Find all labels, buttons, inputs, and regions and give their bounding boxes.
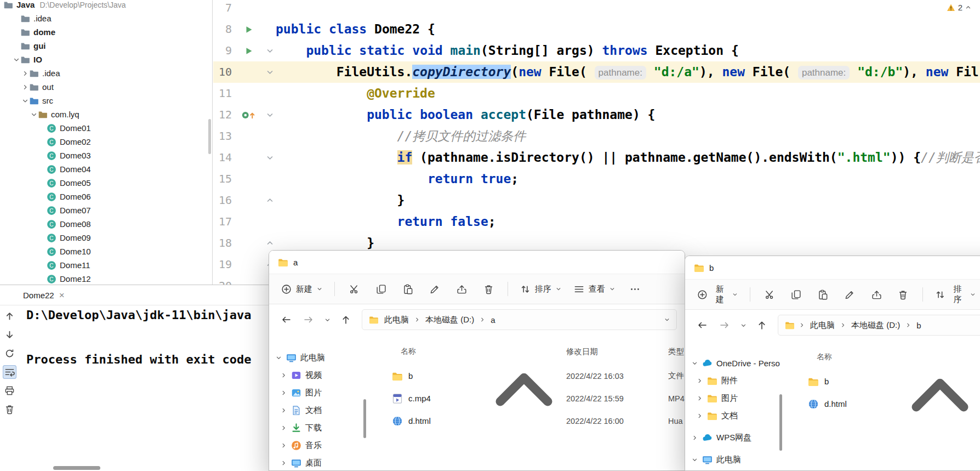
- nav-item-0[interactable]: 此电脑: [269, 349, 368, 366]
- breadcrumb-item[interactable]: b: [915, 321, 922, 330]
- nav-item-2[interactable]: 图片: [269, 384, 368, 401]
- view-button[interactable]: 查看: [568, 279, 620, 299]
- run-gutter[interactable]: [237, 19, 256, 40]
- override-gutter[interactable]: [237, 104, 256, 126]
- tree-item-dome[interactable]: dome: [0, 25, 212, 39]
- tree-item-dome08[interactable]: CDome08: [0, 217, 212, 231]
- tree-item-dome10[interactable]: CDome10: [0, 245, 212, 258]
- fold-toggle[interactable]: [256, 190, 275, 211]
- chevron-down-icon[interactable]: [12, 53, 20, 66]
- copy-button[interactable]: [784, 284, 809, 305]
- soft-wrap-button[interactable]: [3, 365, 16, 379]
- column-header-type[interactable]: 类型: [668, 347, 685, 357]
- nav-scrollbar-thumb[interactable]: [363, 399, 366, 438]
- nav-item-4[interactable]: WPS网盘: [685, 429, 784, 446]
- breadcrumb-item[interactable]: 本地磁盘 (D:): [850, 320, 901, 331]
- chevron-right-icon[interactable]: [696, 413, 703, 419]
- sort-button[interactable]: 排序: [515, 279, 567, 299]
- breadcrumb-item[interactable]: 此电脑: [383, 315, 410, 325]
- chevron-right-icon[interactable]: [280, 372, 287, 378]
- chevron-right-icon[interactable]: [280, 442, 287, 449]
- breadcrumb-item[interactable]: 本地磁盘 (D:): [424, 315, 475, 325]
- sort-ascending-icon[interactable]: [482, 349, 566, 435]
- tree-item-io[interactable]: IO: [0, 53, 212, 66]
- tree-item-dome11[interactable]: CDome11: [0, 258, 212, 272]
- fold-toggle[interactable]: [256, 104, 275, 126]
- tree-item-dome07[interactable]: CDome07: [0, 203, 212, 217]
- cut-button[interactable]: [341, 279, 367, 299]
- nav-scrollbar-thumb[interactable]: [779, 394, 782, 451]
- tree-item-dome04[interactable]: CDome04: [0, 162, 212, 176]
- chevron-right-icon[interactable]: [696, 378, 703, 384]
- rename-button[interactable]: [422, 279, 447, 299]
- editor-line-17[interactable]: 17 return false;: [213, 211, 980, 232]
- address-dropdown[interactable]: [664, 317, 670, 322]
- delete-button[interactable]: [891, 284, 916, 305]
- column-header-name[interactable]: 名称: [368, 347, 566, 356]
- new-button[interactable]: 新建: [276, 279, 328, 299]
- nav-item-4[interactable]: 下载: [269, 419, 368, 436]
- rerun-button[interactable]: [3, 347, 16, 360]
- up-button[interactable]: [753, 316, 771, 334]
- cut-button[interactable]: [757, 284, 782, 305]
- nav-item-3[interactable]: 文档: [269, 401, 368, 419]
- editor-line-15[interactable]: 15 return true;: [213, 168, 980, 190]
- nav-item-5[interactable]: 音乐: [269, 436, 368, 454]
- breadcrumb[interactable]: 此电脑本地磁盘 (D:)b: [778, 315, 980, 336]
- chevron-right-icon[interactable]: [280, 460, 287, 466]
- nav-item-2[interactable]: 图片: [685, 389, 784, 407]
- project-root-item[interactable]: Java D:\Develop\Projects\Java: [0, 0, 212, 12]
- tree-item-src[interactable]: src: [0, 94, 212, 107]
- nav-item-5[interactable]: 此电脑: [685, 451, 784, 468]
- tree-item-dome01[interactable]: CDome01: [0, 121, 212, 135]
- nav-item-3[interactable]: 文档: [685, 407, 784, 424]
- run-gutter[interactable]: [237, 40, 256, 61]
- breadcrumb[interactable]: 此电脑本地磁盘 (D:)a: [362, 309, 677, 330]
- tree-item-dome09[interactable]: CDome09: [0, 231, 212, 245]
- editor-line-9[interactable]: 9 public static void main(String[] args)…: [213, 40, 980, 61]
- scroll-to-top-button[interactable]: [3, 309, 16, 323]
- nav-item-1[interactable]: 视频: [269, 366, 368, 384]
- console-hscrollbar-thumb[interactable]: [53, 466, 100, 470]
- column-header-date[interactable]: 修改日期: [566, 347, 668, 357]
- tree-item--idea[interactable]: .idea: [0, 12, 212, 25]
- chevron-down-icon[interactable]: [30, 107, 38, 121]
- breadcrumb-item[interactable]: 此电脑: [809, 320, 836, 331]
- forward-button[interactable]: [715, 316, 734, 334]
- chevron-right-icon[interactable]: [21, 80, 29, 94]
- chevron-right-icon[interactable]: [280, 390, 287, 396]
- tree-item-com-lyq[interactable]: com.lyq: [0, 107, 212, 121]
- chevron-right-icon[interactable]: [696, 395, 703, 401]
- delete-button[interactable]: [476, 279, 501, 299]
- fold-toggle[interactable]: [256, 61, 275, 83]
- more-button[interactable]: [622, 279, 647, 299]
- up-button[interactable]: [337, 310, 355, 329]
- new-button[interactable]: 新建: [692, 284, 743, 305]
- back-button[interactable]: [693, 316, 711, 334]
- back-button[interactable]: [277, 310, 295, 329]
- tree-item--idea[interactable]: .idea: [0, 66, 212, 80]
- print-button[interactable]: [3, 384, 16, 398]
- tree-item-dome02[interactable]: CDome02: [0, 135, 212, 149]
- recent-locations-button[interactable]: [322, 310, 333, 329]
- chevron-right-icon[interactable]: [21, 66, 29, 80]
- chevron-down-icon[interactable]: [21, 94, 29, 107]
- clear-button[interactable]: [3, 402, 16, 416]
- editor-line-16[interactable]: 16 }: [213, 190, 980, 211]
- fold-toggle[interactable]: [256, 40, 275, 61]
- nav-item-0[interactable]: OneDrive - Perso: [685, 354, 784, 372]
- breadcrumb-item[interactable]: a: [489, 315, 496, 325]
- code-editor[interactable]: 78public class Dome22 {9 public static v…: [213, 0, 980, 285]
- tree-scrollbar-thumb[interactable]: [208, 119, 211, 154]
- paste-button[interactable]: [811, 284, 836, 305]
- forward-button[interactable]: [299, 310, 318, 329]
- editor-line-10[interactable]: 10 FileUtils.copyDirectory(new File( pat…: [213, 61, 980, 83]
- editor-line-7[interactable]: 7: [213, 0, 980, 19]
- column-header-name[interactable]: 名称: [784, 352, 980, 362]
- explorer-titlebar[interactable]: b: [685, 256, 980, 279]
- tree-item-dome03[interactable]: CDome03: [0, 149, 212, 162]
- tree-item-out[interactable]: out: [0, 80, 212, 94]
- editor-line-11[interactable]: 11 @Override: [213, 83, 980, 104]
- fold-toggle[interactable]: [256, 147, 275, 168]
- recent-locations-button[interactable]: [738, 316, 749, 334]
